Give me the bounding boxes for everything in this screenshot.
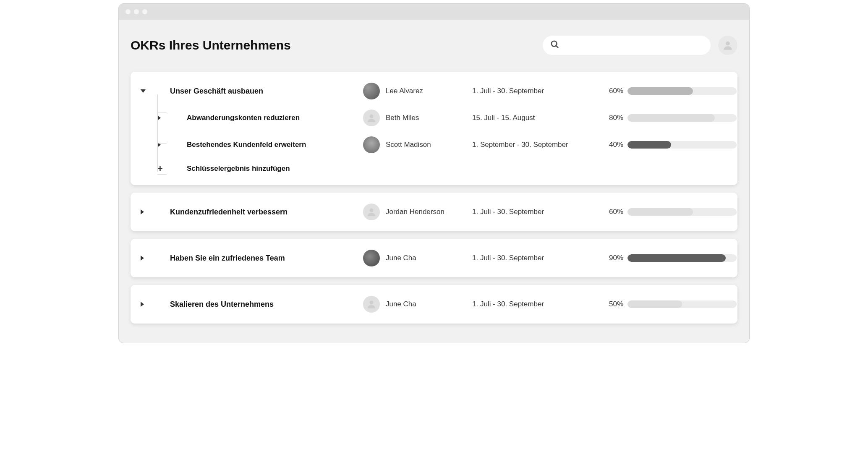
owner-name: Jordan Henderson — [386, 208, 444, 216]
progress-bar — [627, 114, 737, 122]
chevron-right-icon[interactable] — [141, 256, 144, 261]
objective-row[interactable]: Skalieren des Unternehmens June Cha 1. J… — [131, 291, 737, 318]
chevron-right-icon[interactable] — [141, 209, 144, 214]
user-menu[interactable] — [718, 36, 737, 55]
titlebar — [119, 4, 749, 20]
svg-line-1 — [556, 46, 558, 48]
topbar-right — [543, 36, 737, 55]
owner-name: Beth Miles — [386, 114, 419, 122]
avatar — [363, 204, 380, 220]
progress-fill — [627, 254, 726, 262]
progress-bar — [627, 208, 737, 216]
key-result-row[interactable]: Bestehendes Kundenfeld erweitern Scott M… — [131, 131, 737, 158]
content-area: OKRs Ihres Unternehmens — [119, 20, 749, 343]
user-icon — [366, 113, 376, 123]
period: 1. Juli - 30. September — [472, 300, 598, 308]
objective-title: Unser Geschäft ausbauen — [170, 87, 363, 96]
search-input[interactable] — [565, 42, 703, 49]
key-result-title: Bestehendes Kundenfeld erweitern — [170, 141, 363, 149]
owner-name: Lee Alvarez — [386, 87, 423, 95]
window-control-zoom[interactable] — [142, 9, 147, 14]
objective-card: Haben Sie ein zufriedenes Team June Cha … — [131, 239, 737, 277]
progress-bar — [627, 300, 737, 308]
avatar — [363, 296, 380, 313]
objective-row[interactable]: Unser Geschäft ausbauen Lee Alvarez 1. J… — [131, 78, 737, 104]
owner: Lee Alvarez — [363, 83, 472, 99]
owner: Jordan Henderson — [363, 204, 472, 220]
add-key-result-row[interactable]: + Schlüsselergebnis hinzufügen — [131, 158, 737, 179]
page-title: OKRs Ihres Unternehmens — [131, 38, 291, 52]
owner: Scott Madison — [363, 136, 472, 153]
owner-name: June Cha — [386, 254, 416, 262]
progress-bar — [627, 87, 737, 95]
progress-bar — [627, 254, 737, 262]
svg-point-5 — [370, 301, 374, 305]
progress-fill — [627, 87, 693, 95]
objective-row[interactable]: Haben Sie ein zufriedenes Team June Cha … — [131, 245, 737, 271]
owner-name: June Cha — [386, 300, 416, 308]
tree-tick — [157, 174, 167, 175]
progress-bar — [627, 141, 737, 149]
tree-line — [157, 94, 158, 172]
search-icon — [550, 40, 559, 51]
plus-icon: + — [157, 163, 163, 174]
key-result-title: Abwanderungskonten reduzieren — [170, 114, 363, 122]
progress-fill — [627, 114, 715, 122]
period: 1. September - 30. September — [472, 141, 598, 149]
objective-card: Kundenzufriedenheit verbessern Jordan He… — [131, 193, 737, 231]
chevron-right-icon[interactable] — [157, 115, 161, 120]
window-controls — [125, 9, 147, 14]
owner: June Cha — [363, 250, 472, 266]
objective-title: Skalieren des Unternehmens — [170, 300, 363, 309]
add-key-result-label: Schlüsselergebnis hinzufügen — [170, 164, 363, 173]
window-control-close[interactable] — [125, 9, 131, 14]
progress-label: 40% — [598, 141, 627, 149]
search-box[interactable] — [543, 36, 711, 55]
chevron-down-icon[interactable] — [141, 89, 146, 93]
period: 15. Juli - 15. August — [472, 114, 598, 122]
tree-tick — [157, 112, 167, 112]
progress-fill — [627, 141, 671, 149]
tree-tick — [157, 143, 167, 144]
progress-label: 50% — [598, 300, 627, 308]
progress-label: 90% — [598, 254, 627, 262]
objective-title: Haben Sie ein zufriedenes Team — [170, 254, 363, 263]
objective-title: Kundenzufriedenheit verbessern — [170, 208, 363, 217]
avatar — [363, 110, 380, 126]
period: 1. Juli - 30. September — [472, 254, 598, 262]
period: 1. Juli - 30. September — [472, 87, 598, 95]
user-icon — [366, 207, 376, 217]
avatar — [363, 250, 380, 266]
owner-name: Scott Madison — [386, 141, 431, 149]
key-result-row[interactable]: Abwanderungskonten reduzieren Beth Miles… — [131, 104, 737, 131]
window-control-minimize[interactable] — [134, 9, 139, 14]
svg-point-4 — [370, 209, 374, 212]
topbar: OKRs Ihres Unternehmens — [131, 36, 737, 55]
objective-card: Skalieren des Unternehmens June Cha 1. J… — [131, 285, 737, 324]
progress-label: 60% — [598, 87, 627, 95]
avatar — [363, 136, 380, 153]
svg-point-3 — [370, 115, 374, 118]
objective-card: Unser Geschäft ausbauen Lee Alvarez 1. J… — [131, 72, 737, 185]
objective-row[interactable]: Kundenzufriedenheit verbessern Jordan He… — [131, 198, 737, 225]
owner: Beth Miles — [363, 110, 472, 126]
progress-fill — [627, 208, 693, 216]
progress-label: 80% — [598, 114, 627, 122]
avatar — [363, 83, 380, 99]
svg-point-2 — [726, 42, 730, 46]
progress-fill — [627, 300, 682, 308]
user-icon — [722, 40, 733, 51]
chevron-right-icon[interactable] — [141, 302, 144, 307]
period: 1. Juli - 30. September — [472, 208, 598, 216]
progress-label: 60% — [598, 208, 627, 216]
owner: June Cha — [363, 296, 472, 313]
app-window: OKRs Ihres Unternehmens — [118, 3, 750, 343]
user-icon — [366, 299, 376, 309]
